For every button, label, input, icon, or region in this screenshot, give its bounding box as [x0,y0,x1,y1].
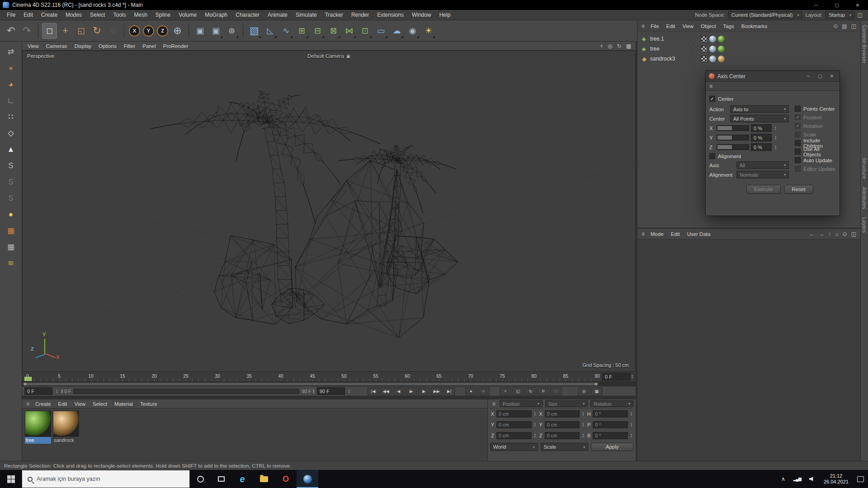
material-thumbnail[interactable] [53,411,79,437]
viewport-menu-item[interactable]: View [24,43,42,49]
viewport-menu-item[interactable]: Filter [120,43,139,49]
snap-settings-button[interactable]: ▦ [3,239,19,254]
object-manager-menu-item[interactable]: Edit [663,23,679,29]
attribute-menu-item[interactable]: Edit [667,231,684,237]
menu-item[interactable]: Character [231,12,264,18]
undo-icon[interactable]: ↶ [4,23,19,39]
texture-tag-icon[interactable] [701,56,708,62]
node-space-dropdown[interactable]: Current (Standard/Physical)▾ [728,11,802,19]
position-field[interactable]: 0 cm [496,421,532,428]
key-scale-toggle[interactable]: ◱ [512,387,524,395]
material-menu-item[interactable]: Create [32,401,55,407]
alignment-option[interactable]: Alignment [709,152,789,160]
previous-key-button[interactable]: ◀◀ [380,387,392,395]
material-item[interactable]: sandrock [53,411,79,444]
zoom-view-icon[interactable]: ◎ [608,43,612,49]
menu-item[interactable]: File [3,12,19,18]
coordinates-column-dropdown[interactable]: Size▾ [545,400,588,407]
checkbox-icon[interactable] [795,131,801,137]
size-field[interactable]: 0 cm [545,421,580,428]
checkbox-icon[interactable] [795,166,801,172]
paint-tool-button[interactable]: ● [3,207,19,222]
material-manager-area[interactable]: tree sandrock [22,408,487,461]
axis-center-option[interactable]: Use All Objects [795,147,836,156]
array-generator-button[interactable]: ⊟ [310,23,325,39]
coordinates-column-dropdown[interactable]: Position▾ [500,400,542,407]
key-rotation-toggle[interactable]: ↻ [525,387,537,395]
solo-animation-icon[interactable]: ◎ [578,387,590,395]
coordinates-menu-icon[interactable]: ≡ [490,401,498,407]
menu-item[interactable]: Modes [61,12,86,18]
taskbar-search-box[interactable] [22,470,190,488]
object-row[interactable]: ◆ sandrock3 [637,54,860,64]
render-view-button[interactable]: ▣ [193,23,208,39]
dialog-menu-icon[interactable]: ≡ [707,83,715,89]
redo-icon[interactable]: ↷ [19,23,34,39]
menu-item[interactable]: Animate [264,12,292,18]
lock-x-axis-button[interactable]: X [129,25,140,37]
render-picture-viewer-button[interactable]: ▣ [208,23,223,39]
key-parameter-toggle[interactable]: P [538,387,549,395]
menu-item[interactable]: Tracker [321,12,347,18]
rotation-stepper[interactable]: ▴▾ [629,422,633,427]
material-item[interactable]: tree [25,411,51,444]
alignment-dropdown[interactable]: Normals▾ [736,171,789,178]
polygons-mode-button[interactable]: ▲ [3,142,19,157]
size-mode-dropdown[interactable]: Scale▾ [541,443,589,451]
menu-item[interactable]: MoGraph [201,12,231,18]
z-value-field[interactable]: 0 % [751,143,772,151]
scale-tool[interactable]: ◱ [74,23,89,39]
axis-center-dialog[interactable]: Axis Center ─ ▢ ✕ ≡ Center Action Axis t… [705,70,840,216]
attribute-manager-menu-icon[interactable]: ≡ [639,231,647,237]
live-selection-tool[interactable]: ◻ [42,23,57,39]
spline-arc-tool-button[interactable]: ∿ [278,23,293,39]
play-button[interactable]: ▶ [406,387,417,395]
menu-item[interactable]: Volume [175,12,201,18]
panel-tab[interactable]: Content Browser [862,25,867,64]
x-slider[interactable] [717,125,749,131]
boole-generator-button[interactable]: ⊠ [326,23,341,39]
taskbar-app-cinema4d[interactable] [297,470,318,488]
axis-center-option[interactable]: Points Center [795,104,836,113]
attribute-menu-item[interactable]: User Data [684,231,714,237]
next-frame-button[interactable]: ▶ [418,387,430,395]
material-manager-menu-icon[interactable]: ≡ [24,401,32,407]
menu-item[interactable]: Render [347,12,373,18]
checkbox-icon[interactable] [795,106,801,112]
x-value-field[interactable]: 0 % [751,124,772,132]
alignment-checkbox[interactable] [709,153,715,159]
current-frame-field[interactable]: 0 F [602,373,630,380]
model-mode-button[interactable]: ● [3,61,19,75]
material-thumbnail[interactable] [25,411,51,437]
om-panel-icon[interactable]: ◫ [851,23,856,29]
menu-item[interactable]: Select [86,12,109,18]
autokey-button[interactable]: ○ [478,387,490,395]
lock-z-axis-button[interactable]: Z [157,25,168,37]
workplane-grid-button[interactable]: ▦ [3,223,19,238]
attr-back-icon[interactable]: ← [809,231,815,237]
spline-snap-button[interactable]: ≋ [3,256,19,271]
material-menu-item[interactable]: Select [89,401,111,407]
texture-tag-icon[interactable] [701,36,708,42]
checkbox-icon[interactable] [795,157,801,163]
menu-item[interactable]: Mesh [130,12,151,18]
viewport-menu-item[interactable]: ProRender [160,43,192,49]
axis-center-option[interactable]: Rotation [795,122,836,130]
notification-center-button[interactable] [853,470,868,488]
panel-tab[interactable]: Structure [862,158,867,179]
material-menu-item[interactable]: View [71,401,89,407]
axis-center-option[interactable]: Auto Update [795,156,836,164]
previous-frame-button[interactable]: ◀ [393,387,405,395]
lock-y-axis-button[interactable]: Y [143,25,154,37]
object-manager-menu-item[interactable]: Object [697,23,719,29]
axis-center-option[interactable]: Editor Update [795,164,836,173]
tray-chevron-icon[interactable]: ∧ [777,470,789,488]
menu-item[interactable]: Window [408,12,435,18]
texture-tag-icon[interactable] [701,46,708,52]
attribute-menu-item[interactable]: Mode [647,231,667,237]
key-pla-toggle[interactable]: ∷ [550,387,562,395]
material-tag-icon[interactable] [718,46,725,52]
menu-item[interactable]: Extensions [373,12,408,18]
position-stepper[interactable]: ▴▾ [533,433,537,438]
phong-tag-icon[interactable] [709,46,716,52]
